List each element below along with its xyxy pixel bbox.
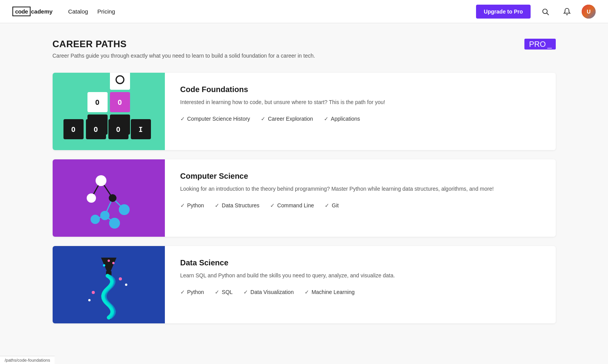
card-computer-science: Computer Science Looking for an introduc… <box>53 159 556 237</box>
svg-point-14 <box>109 194 116 202</box>
check-icon-8: ✓ <box>180 289 185 295</box>
computer-science-illustration <box>53 159 165 237</box>
svg-point-18 <box>109 218 120 229</box>
bell-icon <box>563 8 571 15</box>
svg-point-15 <box>119 204 130 215</box>
svg-point-5 <box>116 76 124 84</box>
cell-o5: O <box>63 119 84 139</box>
svg-point-25 <box>125 284 127 286</box>
card-image-data-science <box>53 246 165 323</box>
logo-cademy-text: cademy <box>31 8 53 15</box>
card-desc-data-science: Learn SQL and Python and build the skill… <box>180 271 540 280</box>
page-subtitle: Career Paths guide you through exactly w… <box>53 53 556 59</box>
cell-o3: O <box>110 92 130 112</box>
card-content-computer-science: Computer Science Looking for an introduc… <box>165 159 556 237</box>
tag-machine-learning: ✓ Machine Learning <box>305 289 355 295</box>
card-title-code-foundations: Code Foundations <box>180 85 540 94</box>
check-icon-10: ✓ <box>243 289 248 295</box>
tag-data-visualization: ✓ Data Visualization <box>243 289 294 295</box>
tag-label-data-visualization: Data Visualization <box>250 289 294 295</box>
check-icon-1: ✓ <box>180 116 185 122</box>
tag-label-applications: Applications <box>331 116 360 122</box>
svg-point-23 <box>103 264 105 267</box>
card-title-data-science: Data Science <box>180 258 540 267</box>
card-code-foundations: O O O I O O O I Code Foundations Interes… <box>53 73 556 150</box>
svg-point-27 <box>88 299 91 301</box>
svg-line-1 <box>547 13 549 15</box>
check-icon-5: ✓ <box>215 202 219 208</box>
nav-right: Upgrade to Pro U <box>476 5 596 19</box>
tag-label-python-ds: Python <box>187 289 204 295</box>
cell-i2: I <box>131 119 151 139</box>
tag-label-career-exploration: Career Exploration <box>268 116 313 122</box>
tag-label-machine-learning: Machine Learning <box>312 289 355 295</box>
nav-links: Catalog Pricing <box>68 7 115 16</box>
tag-python-ds: ✓ Python <box>180 289 204 295</box>
avatar-icon: U <box>582 5 596 19</box>
tag-label-sql: SQL <box>222 289 233 295</box>
check-icon-7: ✓ <box>325 202 329 208</box>
tag-python-cs: ✓ Python <box>180 202 204 208</box>
tag-label-command-line: Command Line <box>277 202 314 208</box>
card-tags-computer-science: ✓ Python ✓ Data Structures ✓ Command Lin… <box>180 202 540 208</box>
page-title: CAREER PATHS <box>53 39 127 50</box>
logo-code-text: code <box>12 7 31 16</box>
card-tags-data-science: ✓ Python ✓ SQL ✓ Data Visualization ✓ Ma… <box>180 289 540 295</box>
cell-o2: O <box>87 92 108 112</box>
check-icon-6: ✓ <box>270 202 275 208</box>
tag-career-exploration: ✓ Career Exploration <box>261 116 313 122</box>
card-tags-code-foundations: ✓ Computer Science History ✓ Career Expl… <box>180 116 540 122</box>
main-content: CAREER PATHS PRO_ Career Paths guide you… <box>37 23 571 356</box>
upgrade-button[interactable]: Upgrade to Pro <box>476 5 531 19</box>
navbar: codecademy Catalog Pricing Upgrade to Pr… <box>0 0 608 23</box>
card-content-code-foundations: Code Foundations Interested in learning … <box>165 73 556 150</box>
code-foundations-illustration: O O O I O O O I <box>53 73 165 150</box>
tag-applications: ✓ Applications <box>324 116 360 122</box>
check-icon-3: ✓ <box>324 116 329 122</box>
tag-sql: ✓ SQL <box>215 289 233 295</box>
cell-o7: O <box>108 119 128 139</box>
svg-point-12 <box>96 175 106 186</box>
nav-pricing[interactable]: Pricing <box>98 7 115 16</box>
cell-o6: O <box>86 119 106 139</box>
cell-o1 <box>110 73 130 90</box>
data-science-illustration <box>53 246 165 323</box>
svg-point-24 <box>119 277 122 280</box>
ds-illustration-svg <box>70 246 147 323</box>
tag-command-line: ✓ Command Line <box>270 202 314 208</box>
tag-label-python-cs: Python <box>187 202 204 208</box>
logo[interactable]: codecademy <box>12 7 53 16</box>
pro-badge: PRO_ <box>524 39 555 50</box>
check-icon-11: ✓ <box>305 289 309 295</box>
svg-point-21 <box>108 260 110 262</box>
svg-point-26 <box>92 291 95 294</box>
tag-git: ✓ Git <box>325 202 339 208</box>
card-desc-code-foundations: Interested in learning how to code, but … <box>180 98 540 106</box>
page-header: CAREER PATHS PRO_ <box>53 39 556 50</box>
tag-cs-history: ✓ Computer Science History <box>180 116 250 122</box>
tag-label-cs-history: Computer Science History <box>187 116 250 122</box>
card-image-code-foundations: O O O I O O O I <box>53 73 165 150</box>
notifications-button[interactable] <box>560 5 574 19</box>
cs-graph-svg <box>70 159 147 237</box>
nav-catalog[interactable]: Catalog <box>68 7 88 16</box>
tag-label-git: Git <box>332 202 339 208</box>
svg-text:U: U <box>587 9 591 15</box>
search-button[interactable] <box>538 5 552 19</box>
check-icon-4: ✓ <box>180 202 185 208</box>
card-content-data-science: Data Science Learn SQL and Python and bu… <box>165 246 556 323</box>
svg-point-16 <box>100 211 110 220</box>
tag-data-structures: ✓ Data Structures <box>215 202 259 208</box>
svg-point-17 <box>91 215 100 224</box>
check-icon-9: ✓ <box>215 289 219 295</box>
svg-point-13 <box>87 193 96 203</box>
svg-point-22 <box>112 262 115 264</box>
search-icon <box>541 8 549 15</box>
card-desc-computer-science: Looking for an introduction to the theor… <box>180 185 540 193</box>
card-data-science: Data Science Learn SQL and Python and bu… <box>53 246 556 323</box>
card-image-computer-science <box>53 159 165 237</box>
tag-label-data-structures: Data Structures <box>222 202 259 208</box>
card-title-computer-science: Computer Science <box>180 172 540 181</box>
avatar[interactable]: U <box>582 5 596 19</box>
check-icon-2: ✓ <box>261 116 265 122</box>
